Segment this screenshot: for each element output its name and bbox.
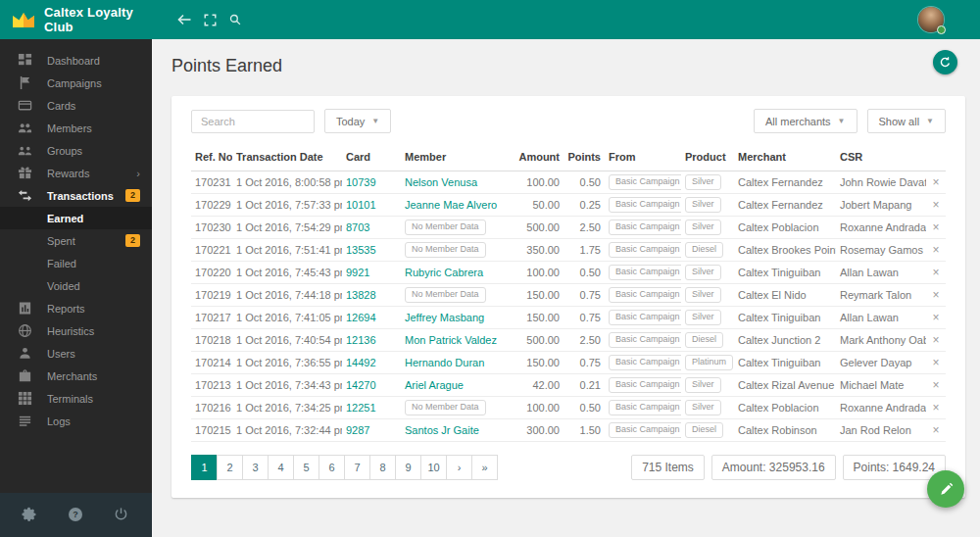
sidebar-item-failed[interactable]: Failed — [0, 252, 152, 274]
table-row: 1702301 Oct 2016, 7:54:29 pm8703No Membe… — [191, 217, 946, 239]
close-icon[interactable]: × — [932, 198, 939, 212]
member-link[interactable]: Santos Jr Gaite — [405, 424, 479, 436]
close-icon[interactable]: × — [932, 333, 939, 347]
sidebar-item-merchants[interactable]: Merchants — [0, 365, 152, 387]
card-link[interactable]: 13535 — [346, 244, 376, 256]
close-icon[interactable]: × — [932, 356, 939, 369]
card-link[interactable]: 12251 — [346, 402, 376, 414]
close-icon[interactable]: × — [932, 288, 939, 302]
card-link[interactable]: 10101 — [346, 199, 376, 211]
page-button-1[interactable]: 1 — [191, 455, 218, 480]
sidebar-item-dashboard[interactable]: Dashboard — [0, 49, 152, 72]
summary-box: 715 Items — [631, 455, 705, 480]
page-next-button[interactable]: › — [446, 455, 472, 480]
cell-product: Diesel — [681, 329, 734, 352]
refresh-button[interactable] — [933, 50, 957, 74]
power-icon[interactable] — [114, 507, 130, 523]
product-badge: Silver — [685, 287, 721, 303]
settings-icon[interactable] — [22, 507, 38, 523]
fullscreen-icon[interactable] — [197, 7, 222, 32]
cell-product: Silver — [681, 171, 734, 194]
card-link[interactable]: 10739 — [346, 176, 376, 188]
table-row: 1702201 Oct 2016, 7:45:43 pm9921Rubyric … — [191, 262, 946, 284]
cell-member: Nelson Venusa — [401, 171, 514, 194]
card-link[interactable]: 9921 — [346, 267, 369, 278]
member-link[interactable]: Mon Patrick Valdez — [405, 334, 497, 346]
member-link[interactable]: Nelson Venusa — [405, 176, 477, 188]
sidebar-item-spent[interactable]: Spent2 — [0, 229, 152, 252]
card-link[interactable]: 9287 — [346, 424, 369, 436]
search-input[interactable] — [191, 110, 315, 133]
sidebar-item-users[interactable]: Users — [0, 342, 152, 365]
card-link[interactable]: 14270 — [346, 379, 376, 391]
cell-points: 1.50 — [564, 419, 605, 442]
sidebar-item-rewards[interactable]: Rewards› — [0, 162, 152, 184]
sidebar-item-label: Heuristics — [47, 325, 94, 337]
close-icon[interactable]: × — [932, 243, 939, 257]
page-button-8[interactable]: 8 — [369, 455, 396, 480]
cell-member: No Member Data — [401, 284, 514, 307]
cell-member: Ariel Arague — [401, 374, 514, 397]
table-header-row: Ref. No.Transaction DateCardMemberAmount… — [191, 144, 946, 171]
page-button-6[interactable]: 6 — [318, 455, 345, 480]
cell-from: Basic Campaign — [605, 239, 681, 262]
cell-card: 13535 — [342, 239, 401, 262]
page-button-10[interactable]: 10 — [420, 455, 447, 480]
close-icon[interactable]: × — [932, 175, 939, 189]
cell-points: 0.25 — [564, 194, 605, 217]
card-link[interactable]: 12136 — [346, 334, 376, 346]
from-badge: Basic Campaign — [609, 287, 681, 303]
member-link[interactable]: Hernando Duran — [405, 357, 484, 368]
sidebar-item-reports[interactable]: Reports — [0, 297, 152, 319]
terminal-grid-icon — [18, 391, 32, 406]
sidebar-item-members[interactable]: Members — [0, 117, 152, 139]
close-icon[interactable]: × — [932, 423, 939, 437]
page-button-4[interactable]: 4 — [268, 455, 294, 480]
close-icon[interactable]: × — [932, 401, 939, 415]
search-icon[interactable] — [222, 7, 248, 32]
member-link[interactable]: Jeffrey Masbang — [405, 312, 484, 323]
member-link[interactable]: Ariel Arague — [405, 379, 464, 391]
close-icon[interactable]: × — [932, 266, 939, 279]
show-filter-label: Show all — [879, 116, 920, 127]
from-badge: Basic Campaign — [609, 355, 681, 370]
sidebar-item-groups[interactable]: Groups — [0, 139, 152, 162]
dashboard-icon — [18, 53, 32, 68]
show-filter-dropdown[interactable]: Show all ▼ — [867, 109, 947, 133]
help-icon[interactable]: ? — [68, 507, 84, 523]
card-link[interactable]: 14492 — [346, 357, 376, 368]
page-button-9[interactable]: 9 — [395, 455, 421, 480]
page-button-3[interactable]: 3 — [242, 455, 269, 480]
card-link[interactable]: 13828 — [346, 289, 376, 301]
card-link[interactable]: 12694 — [346, 312, 376, 323]
table-body: 1702311 Oct 2016, 8:00:58 pm10739Nelson … — [191, 171, 946, 442]
sidebar-item-logs[interactable]: Logs — [0, 410, 152, 432]
card-link[interactable]: 8703 — [346, 221, 369, 233]
sidebar-item-voided[interactable]: Voided — [0, 274, 152, 297]
merchant-filter-dropdown[interactable]: All merchants ▼ — [754, 109, 858, 133]
member-link[interactable]: Rubyric Cabrera — [405, 267, 483, 278]
date-filter-dropdown[interactable]: Today ▼ — [324, 109, 391, 133]
close-icon[interactable]: × — [932, 378, 939, 392]
sidebar-item-heuristics[interactable]: Heuristics — [0, 319, 152, 342]
page-button-7[interactable]: 7 — [344, 455, 370, 480]
page-button-2[interactable]: 2 — [217, 455, 243, 480]
member-link[interactable]: Jeanne Mae Alvero — [405, 199, 497, 211]
edit-fab-button[interactable] — [927, 470, 964, 508]
close-icon[interactable]: × — [932, 220, 939, 234]
cell-close: × — [926, 307, 946, 329]
cell-date: 1 Oct 2016, 7:44:18 pm — [232, 284, 342, 307]
sidebar-item-earned[interactable]: Earned — [0, 207, 152, 229]
sidebar-item-transactions[interactable]: Transactions2 — [0, 184, 152, 207]
sidebar-item-campaigns[interactable]: Campaigns — [0, 72, 152, 94]
page-last-button[interactable]: » — [471, 455, 498, 480]
cell-member: Rubyric Cabrera — [401, 262, 514, 284]
page-button-5[interactable]: 5 — [293, 455, 319, 480]
product-badge: Diesel — [685, 422, 723, 438]
sidebar-item-terminals[interactable]: Terminals — [0, 387, 152, 410]
close-icon[interactable]: × — [932, 311, 939, 324]
sidebar-item-cards[interactable]: Cards — [0, 94, 152, 117]
cell-merchant: Caltex Fernandez — [734, 194, 836, 217]
back-icon[interactable] — [172, 7, 197, 32]
avatar[interactable] — [918, 7, 944, 32]
